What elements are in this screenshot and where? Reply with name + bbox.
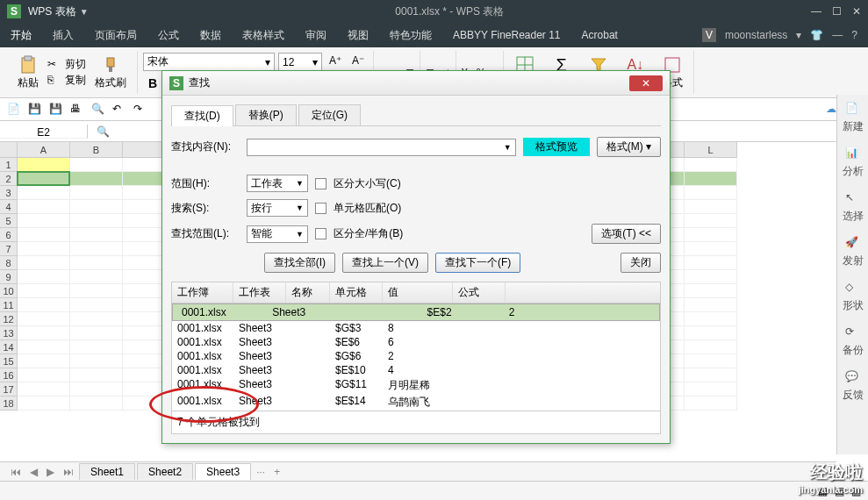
range-select[interactable]: 工作表▼: [247, 175, 308, 192]
menu-abbyy[interactable]: ABBYY FineReader 11: [453, 29, 561, 41]
sidebar-select[interactable]: ↖选择: [843, 191, 864, 224]
tab-goto[interactable]: 定位(G): [298, 104, 361, 125]
maximize-icon[interactable]: ☐: [832, 5, 842, 18]
name-box[interactable]: E2: [0, 125, 88, 139]
row-header[interactable]: 1: [0, 158, 18, 172]
result-row[interactable]: 0001.xlsxSheet3$E$14乌鹊南飞: [172, 394, 660, 411]
close-icon[interactable]: ✕: [852, 5, 861, 18]
row-header[interactable]: 15: [0, 354, 18, 368]
dialog-close-button[interactable]: ✕: [629, 75, 663, 91]
findall-button[interactable]: 查找全部(I): [264, 253, 335, 273]
result-row[interactable]: 0001.xlsxSheet3$E$66: [172, 335, 660, 349]
menu-tablestyle[interactable]: 表格样式: [242, 28, 284, 43]
redo-icon[interactable]: ↷: [133, 103, 147, 117]
tab-add-icon[interactable]: ···: [253, 466, 269, 478]
row-header[interactable]: 14: [0, 340, 18, 354]
app-dropdown-icon[interactable]: ▼: [80, 7, 89, 17]
undo-icon[interactable]: ↶: [112, 103, 126, 117]
user-dropdown-icon[interactable]: ▾: [796, 29, 801, 41]
formatpainter-button[interactable]: 格式刷: [90, 53, 132, 92]
sidebar-new[interactable]: 📄新建: [843, 102, 864, 134]
menu-acrobat[interactable]: Acrobat: [582, 29, 618, 41]
row-header[interactable]: 6: [0, 228, 18, 242]
row-header[interactable]: 18: [0, 396, 18, 411]
row-header[interactable]: 2: [0, 172, 18, 186]
menu-view[interactable]: 视图: [348, 28, 369, 43]
search-select[interactable]: 按行▼: [247, 199, 308, 217]
username[interactable]: moonstarless: [725, 29, 787, 41]
row-header[interactable]: 4: [0, 200, 18, 214]
row-header[interactable]: 17: [0, 382, 18, 396]
row-header[interactable]: 10: [0, 284, 18, 298]
row-header[interactable]: 12: [0, 312, 18, 326]
findnext-button[interactable]: 查找下一个(F): [435, 253, 520, 273]
row-header[interactable]: 16: [0, 368, 18, 382]
tab-replace[interactable]: 替换(P): [235, 104, 297, 125]
minimize-icon[interactable]: —: [811, 5, 821, 18]
menu-start[interactable]: 开始: [11, 28, 32, 43]
increase-font-icon[interactable]: A⁺: [326, 53, 345, 71]
result-row[interactable]: 0001.xlsxSheet3$G$11月明星稀: [172, 377, 660, 394]
col-name[interactable]: 名称: [286, 282, 330, 303]
save-icon[interactable]: 💾: [28, 103, 42, 117]
tab-first-icon[interactable]: ⏮: [7, 466, 25, 478]
col-header[interactable]: B: [70, 142, 123, 158]
menu-formula[interactable]: 公式: [158, 28, 179, 43]
menu-special[interactable]: 特色功能: [390, 28, 432, 43]
row-header[interactable]: 7: [0, 242, 18, 256]
row-header[interactable]: 8: [0, 256, 18, 270]
preview-icon[interactable]: 🔍: [91, 103, 105, 117]
result-row[interactable]: 0001.xlsxSheet3$G$62: [172, 349, 660, 363]
col-cell[interactable]: 单元格: [330, 282, 383, 303]
tab-new-icon[interactable]: +: [270, 466, 283, 478]
sidebar-shape[interactable]: ◇形状: [843, 281, 864, 313]
row-header[interactable]: 11: [0, 298, 18, 312]
dialog-titlebar[interactable]: S 查找 ✕: [162, 71, 670, 96]
col-header[interactable]: A: [18, 142, 70, 158]
findprev-button[interactable]: 查找上一个(V): [342, 253, 428, 273]
bold-button[interactable]: B: [143, 75, 162, 92]
copy-button[interactable]: ⎘复制: [47, 73, 86, 88]
print-icon[interactable]: 🖶: [70, 103, 84, 117]
findwhat-input[interactable]: ▼: [247, 139, 516, 156]
paste-button[interactable]: 粘贴: [12, 53, 44, 92]
format-button[interactable]: 格式(M) ▾: [597, 137, 661, 157]
new-icon[interactable]: 📄: [7, 103, 21, 117]
close-button[interactable]: 关闭: [621, 253, 661, 273]
tab-sheet2[interactable]: Sheet2: [137, 463, 193, 480]
lookin-select[interactable]: 智能▼: [247, 225, 308, 243]
fontsize-select[interactable]: 12▾: [278, 53, 322, 71]
cut-button[interactable]: ✂剪切: [47, 57, 86, 72]
col-worksheet[interactable]: 工作表: [233, 282, 286, 303]
sidebar-feedback[interactable]: 💬反馈: [843, 370, 864, 403]
row-header[interactable]: 13: [0, 326, 18, 340]
min2-icon[interactable]: —: [832, 29, 843, 41]
help-icon[interactable]: ?: [851, 29, 857, 41]
matchcase-checkbox[interactable]: [315, 178, 326, 189]
tab-next-icon[interactable]: ▶: [43, 466, 58, 478]
col-workbook[interactable]: 工作簿: [172, 282, 233, 303]
tab-sheet3[interactable]: Sheet3: [195, 463, 251, 480]
col-formula[interactable]: 公式: [453, 282, 506, 303]
fx-icon[interactable]: 🔍: [88, 125, 118, 138]
options-button[interactable]: 选项(T) <<: [592, 224, 661, 244]
menu-data[interactable]: 数据: [200, 28, 221, 43]
tab-sheet1[interactable]: Sheet1: [79, 463, 135, 480]
col-header[interactable]: L: [685, 142, 737, 158]
result-row[interactable]: 0001.xlsxSheet3$G$38: [172, 321, 660, 335]
row-header[interactable]: 5: [0, 214, 18, 228]
matchcell-checkbox[interactable]: [315, 203, 326, 214]
skin-icon[interactable]: 👕: [810, 29, 823, 41]
font-select[interactable]: 宋体▾: [143, 53, 275, 71]
decrease-font-icon[interactable]: A⁻: [348, 53, 368, 71]
tab-find[interactable]: 查找(D): [171, 105, 233, 126]
col-value[interactable]: 值: [383, 282, 453, 303]
sidebar-backup[interactable]: ⟳备份: [843, 325, 864, 358]
menu-insert[interactable]: 插入: [53, 28, 74, 43]
tab-last-icon[interactable]: ⏭: [60, 466, 77, 478]
saveas-icon[interactable]: 💾: [49, 103, 63, 117]
sidebar-launch[interactable]: 🚀发射: [843, 236, 864, 268]
tab-prev-icon[interactable]: ◀: [26, 466, 41, 478]
result-row[interactable]: 0001.xlsxSheet3$E$104: [172, 363, 660, 377]
menu-pagelayout[interactable]: 页面布局: [95, 28, 137, 43]
